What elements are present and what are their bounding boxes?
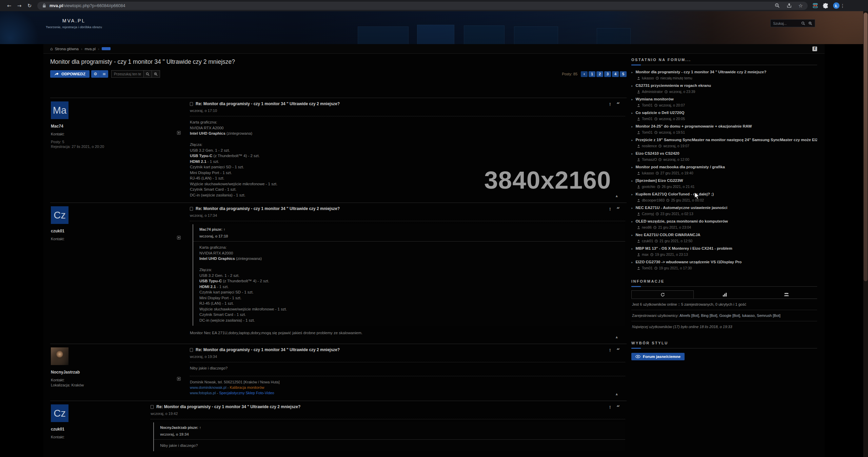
quote-icon[interactable]: “ (616, 208, 620, 211)
signature-link[interactable]: www.dominiknowak.pl (190, 385, 226, 389)
bookmark-star-icon[interactable]: ☆ (798, 3, 803, 9)
report-icon[interactable]: ! (609, 405, 611, 410)
recent-topic-link[interactable]: OLED wszędzie, poza monitorami do komput… (636, 219, 728, 224)
topic-search-input[interactable] (111, 70, 144, 78)
recent-topic-link[interactable]: Eizo CS2410 vs CS2420 (636, 151, 679, 156)
quote-attribution[interactable]: Mac74 pisze: ↑ (199, 227, 623, 231)
report-icon[interactable]: ! (609, 207, 611, 212)
extension-robot-icon[interactable] (812, 3, 818, 8)
post-title[interactable]: Re: Monitor dla programisty - czy 1 moni… (196, 101, 340, 106)
facebook-icon[interactable]: f (812, 46, 817, 51)
page-button-2[interactable]: 2 (596, 71, 603, 77)
recent-topic-user[interactable]: Tom01 (642, 103, 653, 108)
breadcrumb-topic-redacted[interactable] (102, 47, 111, 50)
recent-topic-user[interactable]: max (642, 252, 649, 257)
recent-topic-link[interactable]: Kupiłem EA271Q ColorTuned - co dalej? ;) (636, 192, 714, 196)
advanced-search-icon[interactable] (808, 21, 812, 25)
site-search-box[interactable] (770, 19, 815, 27)
recent-topic-user[interactable]: lukasso (642, 76, 654, 80)
site-title[interactable]: MVA.PL (31, 18, 117, 23)
topic-settings-icon[interactable]: ⚙ (91, 70, 100, 78)
recent-topic-link[interactable]: Co sądzicie o Dell U2720Q (636, 110, 685, 115)
extensions-puzzle-icon[interactable] (823, 3, 828, 8)
tab-statistics[interactable] (694, 290, 755, 299)
avatar[interactable]: Cz (51, 206, 68, 224)
back-icon[interactable]: ← (4, 3, 14, 9)
recent-topic-link[interactable]: MBP M1 13" - OS X Monterey i Eizo CX241 … (636, 246, 732, 251)
registered-users-list[interactable]: Ahrefs [Bot], Bing [Bot], Google [Bot], … (679, 313, 781, 318)
url-bar[interactable]: mva.pl/viewtopic.php?p=66084#p66084 ☆ (37, 2, 808, 10)
browser-menu-icon[interactable]: ⋮ (840, 3, 845, 8)
contact-icon[interactable] (177, 131, 181, 135)
quote-icon[interactable]: “ (616, 406, 620, 409)
contact-icon[interactable] (177, 236, 181, 240)
recent-topic-link[interactable]: Monitor 24-25" do domu + programowanie +… (636, 124, 752, 129)
recent-topic-link[interactable]: Wymiana monitorów (636, 97, 674, 101)
recent-topic-user[interactable]: Tom01 (642, 130, 653, 135)
tab-users[interactable] (755, 290, 817, 299)
recent-topic-user[interactable]: Administrator (642, 90, 663, 94)
recent-topic-user[interactable]: gootchio (642, 185, 655, 189)
page-button-4[interactable]: 4 (612, 71, 619, 77)
page-button-1[interactable]: 1 (589, 71, 595, 77)
report-icon[interactable]: ! (609, 348, 611, 353)
breadcrumb-home-link[interactable]: Strona główna (55, 47, 79, 51)
signature-desc[interactable]: Specjalistyczny Sklep Foto-Video (219, 391, 274, 395)
contact-icon[interactable] (177, 377, 181, 381)
breadcrumb-forum-link[interactable]: mva.pl (85, 47, 96, 51)
recent-topic-user[interactable]: dbcooper1983 (642, 198, 665, 203)
quote-attribution[interactable]: NocnyJastrzab pisze: ↑ (160, 425, 623, 430)
recent-topic-link[interactable]: EIZO CG2730 -> wbudowane urządzenie VS i… (636, 260, 742, 264)
author-name[interactable]: NocnyJastrzab (51, 370, 190, 375)
avatar-photo[interactable] (51, 347, 68, 365)
reload-icon[interactable]: ↻ (24, 3, 35, 9)
topic-menu-icon[interactable]: ≡ (100, 70, 108, 78)
page-button-3[interactable]: 3 (604, 71, 611, 77)
recent-topic-user[interactable]: Czornyj (642, 212, 654, 216)
avatar[interactable]: Ma (51, 101, 68, 119)
style-toggle-button[interactable]: Forum jasne/ciemne (631, 353, 685, 360)
recent-topic-user[interactable]: lukasso (642, 171, 654, 175)
recent-topic-link[interactable]: Nec EA271U COLOR GWARANCJA (636, 232, 701, 237)
recent-topic-link[interactable]: Monitor dla programisty - czy 1 monitor … (636, 70, 767, 74)
share-icon[interactable] (787, 3, 792, 8)
prev-page-button[interactable]: ‹ (581, 71, 588, 77)
recent-topic-link[interactable]: Monitor pod macbooka dla programisty / g… (636, 165, 725, 169)
recent-topic-user[interactable]: czuk01 (642, 239, 653, 243)
page-button-5[interactable]: 5 (620, 71, 627, 77)
recent-topic-link[interactable]: NEC EA271U - Automatyczne ustawienie jas… (636, 205, 728, 210)
site-search-input[interactable] (773, 21, 801, 25)
browser-profile-avatar[interactable]: Ł (833, 2, 840, 9)
zoom-out-icon[interactable] (775, 3, 780, 8)
home-icon[interactable]: ⌂ (50, 46, 53, 51)
recent-topic-link[interactable]: [Sprzedam] Eizo CG223W (636, 178, 683, 183)
scrollbar-thumb[interactable] (864, 13, 868, 281)
scrollbar[interactable] (863, 11, 868, 457)
post-title[interactable]: Re: Monitor dla programisty - czy 1 moni… (196, 347, 340, 352)
back-to-top-icon[interactable]: ▲ (616, 336, 618, 339)
forward-icon[interactable]: → (14, 3, 24, 9)
author-name[interactable]: czuk01 (51, 427, 151, 432)
report-icon[interactable]: ! (609, 102, 611, 107)
author-name[interactable]: czuk01 (51, 229, 190, 233)
back-to-top-icon[interactable]: ▲ (616, 393, 618, 396)
avatar[interactable]: Cz (51, 404, 68, 422)
back-to-top-icon[interactable]: ▲ (616, 194, 618, 197)
recent-topic-user[interactable]: Tom01 (642, 117, 653, 121)
quote-icon[interactable]: “ (616, 103, 620, 106)
quote-icon[interactable]: “ (616, 349, 620, 352)
recent-topic-user[interactable]: TomaszO (642, 157, 657, 162)
signature-link[interactable]: www.fotoplus.pl (190, 391, 216, 395)
recent-topic-user[interactable]: Tom01 (642, 266, 653, 270)
recent-topic-user[interactable]: neo86 (642, 225, 652, 230)
recent-topic-link[interactable]: CS2731 przyciemnienia w rogach ekranu (636, 83, 711, 88)
post-title[interactable]: Re: Monitor dla programisty - czy 1 moni… (156, 404, 300, 409)
post-title[interactable]: Re: Monitor dla programisty - czy 1 moni… (196, 206, 340, 211)
tab-online[interactable] (631, 290, 694, 299)
reply-button[interactable]: ODPOWIEDZ (50, 70, 90, 78)
topic-search-button[interactable] (144, 70, 152, 78)
topic-advanced-search-button[interactable] (152, 70, 160, 78)
search-icon[interactable] (801, 21, 805, 25)
author-name[interactable]: Mac74 (51, 124, 190, 129)
recent-topic-user[interactable]: nosilence (642, 144, 657, 148)
